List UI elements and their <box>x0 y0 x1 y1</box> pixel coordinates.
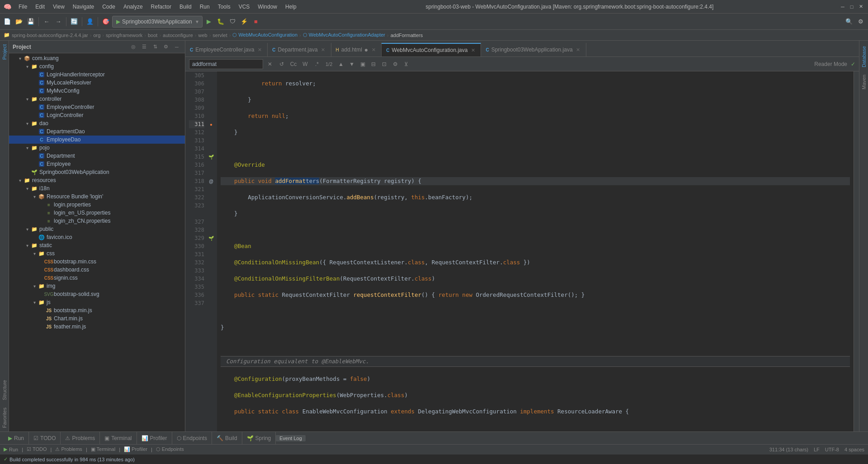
code-content[interactable]: return resolver; } return null; } @Overr… <box>217 71 854 431</box>
debug-button[interactable]: 🐛 <box>215 16 226 27</box>
tree-item-pojo[interactable]: ▾ 📁 pojo <box>9 144 185 152</box>
breadcrumb-adapter[interactable]: ⬡ WebMvcAutoConfigurationAdapter <box>303 32 385 38</box>
breadcrumb-webmvcauto[interactable]: ⬡ WebMvcAutoConfiguration <box>232 32 297 38</box>
maximize-button[interactable]: □ <box>848 3 855 10</box>
menu-file[interactable]: File <box>15 3 31 11</box>
tab-close-button[interactable]: ✕ <box>320 47 326 53</box>
breadcrumb-org[interactable]: org <box>93 33 100 38</box>
tree-item-myMvcConfig[interactable]: C MyMvcConfig <box>9 87 185 95</box>
menu-run[interactable]: Run <box>196 3 213 11</box>
hide-panel-icon[interactable]: ─ <box>172 42 181 52</box>
search-clear-button[interactable]: ✕ <box>265 59 275 69</box>
bottom-tab-todo[interactable]: ☑ TODO <box>29 432 61 444</box>
at-gutter-icon[interactable]: @ <box>208 178 214 184</box>
tree-item-img-folder[interactable]: ▾ 📁 img <box>9 282 185 290</box>
filter2-button[interactable]: ⊡ <box>379 59 389 69</box>
status-run-icon[interactable]: ▶ <box>4 446 7 452</box>
menu-edit[interactable]: Edit <box>32 3 48 11</box>
forward-button[interactable]: → <box>53 16 64 27</box>
tree-item-feather-js[interactable]: JS feather.min.js <box>9 323 185 331</box>
tab-add-html[interactable]: H add.html ● ✕ <box>331 43 382 56</box>
tree-item-locale-resolver[interactable]: C MyLocaleResolver <box>9 79 185 87</box>
new-button[interactable]: 📄 <box>2 16 13 27</box>
search-everywhere-button[interactable]: 🔍 <box>844 16 854 27</box>
tree-item-login-props[interactable]: ≡ login.properties <box>9 201 185 209</box>
tab-close-button[interactable]: ✕ <box>470 47 476 53</box>
locate-icon[interactable]: ◎ <box>129 42 138 52</box>
bottom-tab-profiler[interactable]: 📊 Profiler <box>137 432 172 444</box>
tab-department[interactable]: C Department.java ✕ <box>268 43 331 56</box>
status-todo-icon[interactable]: ☑ TODO <box>27 446 47 452</box>
profile-button[interactable]: ⚡ <box>239 16 250 27</box>
bottom-tab-run[interactable]: ▶ Run <box>4 432 29 444</box>
tree-item-com-kuang[interactable]: ▾ 📦 com.kuang <box>9 54 185 62</box>
next-result-button[interactable]: ▼ <box>347 59 357 69</box>
status-problems-icon[interactable]: ⚠ Problems <box>55 446 82 452</box>
tab-springboot-app[interactable]: C Springboot03WebApplication.java ✕ <box>481 43 586 56</box>
back-button[interactable]: ← <box>41 16 52 27</box>
breadcrumb-method[interactable]: addFormatters <box>391 33 423 38</box>
bottom-tab-problems[interactable]: ⚠ Problems <box>61 432 100 444</box>
tree-item-login-en-props[interactable]: ≡ login_en_US.properties <box>9 209 185 217</box>
minimize-button[interactable]: ─ <box>839 3 846 10</box>
tree-item-resources[interactable]: ▾ 📁 resources <box>9 176 185 184</box>
open-button[interactable]: 📂 <box>14 16 24 27</box>
tree-item-bootstrap-svg[interactable]: SVG bootstrap-solid.svg <box>9 290 185 298</box>
bottom-tab-spring[interactable]: 🌱 Spring <box>242 432 276 444</box>
sidebar-project-label[interactable]: Project <box>1 41 8 63</box>
breadcrumb-web[interactable]: web <box>198 33 207 38</box>
menu-tools[interactable]: Tools <box>214 3 234 11</box>
menu-help[interactable]: Help <box>282 3 300 11</box>
tree-item-controller[interactable]: ▾ 📁 controller <box>9 95 185 103</box>
tree-item-css-folder[interactable]: ▾ 📁 css <box>9 249 185 258</box>
status-endpoints-icon[interactable]: ⬡ Endpoints <box>156 446 184 452</box>
menu-analyze[interactable]: Analyze <box>120 3 146 11</box>
settings-button[interactable]: ⚙ <box>855 16 866 27</box>
bottom-tab-terminal[interactable]: ▣ Terminal <box>100 432 137 444</box>
status-lf[interactable]: LF <box>814 447 820 452</box>
whole-word-button[interactable]: W <box>300 59 310 69</box>
status-indent[interactable]: 4 spaces <box>844 447 864 452</box>
tree-item-login-ctrl[interactable]: C LoginController <box>9 111 185 119</box>
sidebar-maven-label[interactable]: Maven <box>860 71 868 93</box>
tab-employee-controller[interactable]: C EmployeeController.java ✕ <box>185 43 268 56</box>
close-button[interactable]: ✕ <box>857 3 864 10</box>
funnel-button[interactable]: ⊻ <box>401 59 411 69</box>
tree-item-dao[interactable]: ▾ 📁 dao <box>9 119 185 127</box>
tree-item-bootstrap-css[interactable]: CSS bootstrap.min.css <box>9 258 185 266</box>
tree-item-employee[interactable]: C Employee <box>9 160 185 168</box>
tree-item-employee-ctrl[interactable]: C EmployeeController <box>9 103 185 111</box>
tree-item-static[interactable]: ▾ 📁 static <box>9 241 185 249</box>
bean-gutter-icon[interactable]: 🌱 <box>208 154 214 160</box>
coverage-button[interactable]: 🛡 <box>227 16 238 27</box>
options-button[interactable]: ⚙ <box>390 59 400 69</box>
tree-item-department[interactable]: C Department <box>9 152 185 160</box>
status-encoding[interactable]: UTF-8 <box>825 447 839 452</box>
event-log-button[interactable]: Event Log <box>276 435 306 441</box>
tab-close-button[interactable]: ✕ <box>256 47 263 53</box>
tree-item-chart-js[interactable]: JS Chart.min.js <box>9 314 185 323</box>
sync-button[interactable]: 🔄 <box>69 16 80 27</box>
tab-close-button[interactable]: ✕ <box>575 47 581 53</box>
settings-panel-icon[interactable]: ⚙ <box>161 42 170 52</box>
collapse-icon[interactable]: ☰ <box>140 42 149 52</box>
save-button[interactable]: 💾 <box>25 16 36 27</box>
run-button[interactable]: ▶ <box>203 16 214 27</box>
sidebar-database-label[interactable]: Database <box>860 42 868 71</box>
code-editor[interactable]: 305 306 307 308 309 310 311 312 313 314 … <box>185 71 859 431</box>
tree-item-login-interceptor[interactable]: C LoginHandlerInterceptor <box>9 70 185 79</box>
tree-item-dept-dao[interactable]: C DepartmentDao <box>9 127 185 136</box>
prev-result-button[interactable]: ▲ <box>336 59 346 69</box>
menu-window[interactable]: Window <box>254 3 281 11</box>
bean-gutter-icon2[interactable]: 🌱 <box>208 235 214 241</box>
breadcrumb-autoconfigure[interactable]: autoconfigure <box>163 33 193 38</box>
stop-button[interactable]: ■ <box>250 16 261 27</box>
menu-view[interactable]: View <box>49 3 68 11</box>
menu-vcs[interactable]: VCS <box>235 3 254 11</box>
tab-webmvc-auto[interactable]: C WebMvcAutoConfiguration.java ✕ <box>382 43 481 56</box>
tab-close-button[interactable]: ✕ <box>370 47 377 53</box>
tree-item-dashboard-css[interactable]: CSS dashboard.css <box>9 266 185 274</box>
tree-item-springboot-app[interactable]: 🌱 Springboot03WebApplication <box>9 168 185 176</box>
tree-item-js-folder[interactable]: ▾ 📁 js <box>9 298 185 306</box>
tree-item-bundle[interactable]: ▾ 📦 Resource Bundle 'login' <box>9 192 185 201</box>
